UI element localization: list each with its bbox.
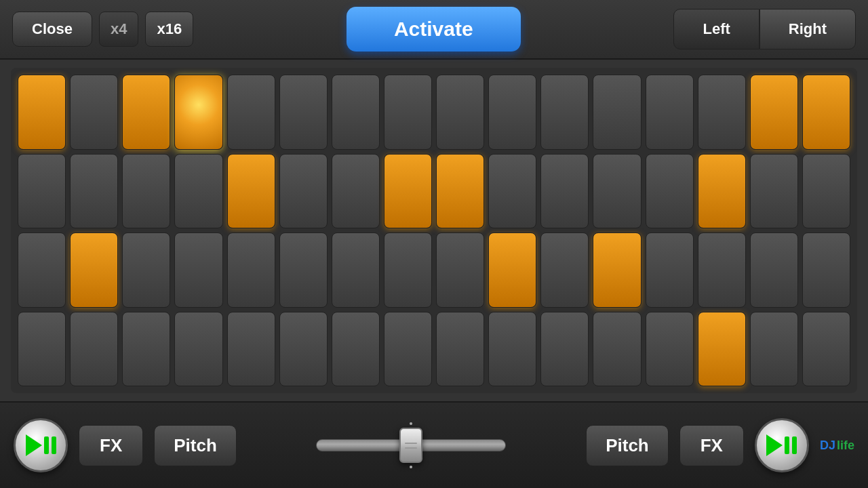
grid-cell[interactable] xyxy=(279,232,328,308)
grid-cell[interactable] xyxy=(750,154,798,229)
play-icon-left xyxy=(26,434,42,456)
grid-cell[interactable] xyxy=(488,154,536,229)
x4-button[interactable]: x4 xyxy=(99,12,138,47)
grid-cell[interactable] xyxy=(227,312,275,387)
bottom-left-controls: FX Pitch xyxy=(14,418,237,472)
grid-cell[interactable] xyxy=(122,312,170,387)
grid-cell[interactable] xyxy=(750,312,798,387)
top-center-controls: Activate xyxy=(347,7,521,52)
grid-cell[interactable] xyxy=(593,232,641,308)
play-button-left[interactable] xyxy=(14,418,68,472)
grid-cell[interactable] xyxy=(227,232,275,308)
pause-icon-left xyxy=(44,436,56,454)
grid-cell[interactable] xyxy=(436,75,484,150)
grid-cell[interactable] xyxy=(698,232,746,308)
play-button-right[interactable] xyxy=(755,418,809,472)
grid-cell[interactable] xyxy=(646,154,694,229)
bottom-right-controls: Pitch FX DJ life xyxy=(586,418,854,472)
grid-cell[interactable] xyxy=(750,232,798,308)
play-icon-right xyxy=(766,434,783,456)
grid-cell[interactable] xyxy=(174,75,222,150)
grid-cell[interactable] xyxy=(227,154,275,229)
crossfader-slider[interactable] xyxy=(316,428,506,462)
grid-cell[interactable] xyxy=(384,154,432,229)
grid-cell[interactable] xyxy=(279,75,328,150)
pause-icon-right xyxy=(785,436,797,454)
grid-cell[interactable] xyxy=(384,312,432,387)
left-button[interactable]: Left xyxy=(673,9,759,49)
sequencer-grid xyxy=(11,68,857,393)
grid-cell[interactable] xyxy=(70,154,118,229)
top-bar: Close x4 x16 Activate Left Right xyxy=(0,0,868,60)
grid-cell[interactable] xyxy=(488,312,536,387)
slider-dot-bottom xyxy=(410,466,412,468)
grid-cell[interactable] xyxy=(332,232,380,308)
grid-cell[interactable] xyxy=(384,232,432,308)
grid-cell[interactable] xyxy=(279,154,328,229)
grid-cell[interactable] xyxy=(646,75,694,150)
top-left-controls: Close x4 x16 xyxy=(12,12,193,47)
activate-button[interactable]: Activate xyxy=(347,7,521,52)
grid-cell[interactable] xyxy=(122,232,170,308)
grid-cell[interactable] xyxy=(540,312,589,387)
grid-cell[interactable] xyxy=(70,312,118,387)
grid-cell[interactable] xyxy=(802,154,850,229)
grid-cell[interactable] xyxy=(436,232,484,308)
fx-button-left[interactable]: FX xyxy=(79,425,143,466)
grid-cell[interactable] xyxy=(540,75,589,150)
slider-dot-top xyxy=(410,422,412,425)
grid-cell[interactable] xyxy=(802,75,850,150)
grid-cell[interactable] xyxy=(593,75,641,150)
grid-cell[interactable] xyxy=(802,312,850,387)
grid-cell[interactable] xyxy=(802,232,850,308)
grid-cell[interactable] xyxy=(18,312,66,387)
bottom-center-controls xyxy=(316,428,506,462)
grid-cell[interactable] xyxy=(227,75,275,150)
grid-cell[interactable] xyxy=(384,75,432,150)
close-button[interactable]: Close xyxy=(12,12,92,47)
grid-cell[interactable] xyxy=(750,75,798,150)
grid-cell[interactable] xyxy=(488,75,536,150)
x16-button[interactable]: x16 xyxy=(145,12,193,47)
grid-cell[interactable] xyxy=(174,232,222,308)
grid-cell[interactable] xyxy=(646,232,694,308)
pitch-button-right[interactable]: Pitch xyxy=(586,425,669,466)
top-right-controls: Left Right xyxy=(673,9,856,49)
grid-cell[interactable] xyxy=(332,312,380,387)
grid-cell[interactable] xyxy=(70,75,118,150)
grid-cell[interactable] xyxy=(593,312,641,387)
grid-cell[interactable] xyxy=(122,75,170,150)
grid-cell[interactable] xyxy=(174,154,222,229)
grid-cell[interactable] xyxy=(593,154,641,229)
right-button[interactable]: Right xyxy=(760,9,856,49)
grid-cell[interactable] xyxy=(698,75,746,150)
grid-cell[interactable] xyxy=(540,232,589,308)
pitch-button-left[interactable]: Pitch xyxy=(154,425,237,466)
grid-cell[interactable] xyxy=(18,75,66,150)
grid-cell[interactable] xyxy=(646,312,694,387)
logo: DJ life xyxy=(820,439,854,453)
grid-cell[interactable] xyxy=(436,312,484,387)
grid-cell[interactable] xyxy=(488,232,536,308)
bottom-bar: FX Pitch Pitch FX xyxy=(0,401,868,488)
grid-cell[interactable] xyxy=(174,312,222,387)
grid-cell[interactable] xyxy=(70,232,118,308)
fx-button-right[interactable]: FX xyxy=(679,425,744,466)
grid-cell[interactable] xyxy=(18,154,66,229)
slider-handle[interactable] xyxy=(399,428,422,463)
grid-cell[interactable] xyxy=(436,154,484,229)
grid-area xyxy=(0,60,868,401)
grid-cell[interactable] xyxy=(332,75,380,150)
grid-cell[interactable] xyxy=(698,154,746,229)
grid-cell[interactable] xyxy=(18,232,66,308)
grid-cell[interactable] xyxy=(540,154,589,229)
grid-cell[interactable] xyxy=(279,312,328,387)
grid-cell[interactable] xyxy=(332,154,380,229)
grid-cell[interactable] xyxy=(122,154,170,229)
grid-cell[interactable] xyxy=(698,312,746,387)
